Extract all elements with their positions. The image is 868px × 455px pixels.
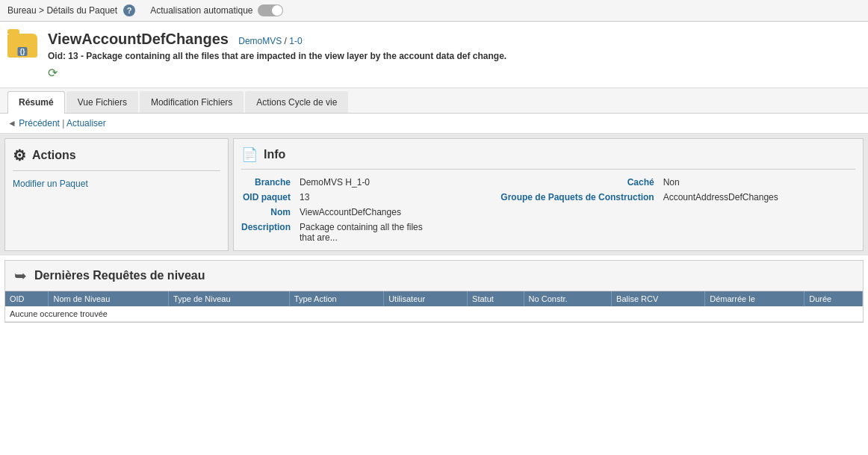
tab-actions-cycle[interactable]: Actions Cycle de vie bbox=[245, 91, 348, 113]
label-description: Description bbox=[241, 222, 291, 232]
value-cache: Non bbox=[663, 177, 855, 188]
value-description: Package containing all the filesthat are… bbox=[300, 222, 492, 243]
table-header-row: OID Nom de Niveau Type de Niveau Type Ac… bbox=[5, 291, 863, 306]
col-balise-rcv: Balise RCV bbox=[612, 291, 705, 306]
info-grid: Branche DemoMVS H_1-0 Caché Non OID paqu… bbox=[241, 177, 855, 243]
label-cache: Caché bbox=[500, 177, 654, 188]
bottom-header: ➥ Dernières Requêtes de niveau bbox=[5, 261, 863, 291]
package-icon: {} bbox=[7, 31, 40, 64]
requests-icon: ➥ bbox=[14, 267, 27, 285]
empty-message: Aucune occurence trouvée bbox=[5, 306, 863, 322]
breadcrumb-home[interactable]: Bureau bbox=[7, 5, 37, 16]
refresh-icon[interactable]: ⟳ bbox=[48, 66, 861, 80]
col-no-constr: No Constr. bbox=[524, 291, 611, 306]
auto-refresh-label: Actualisation automatique bbox=[150, 4, 282, 16]
tab-resume[interactable]: Résumé bbox=[7, 91, 65, 114]
col-oid: OID bbox=[5, 291, 49, 306]
info-panel: 📄 Info Branche DemoMVS H_1-0 Caché Non O… bbox=[233, 138, 864, 251]
folder-icon: {} bbox=[7, 34, 37, 58]
tabs-bar: Résumé Vue Fichiers Modification Fichier… bbox=[0, 88, 868, 114]
info-panel-title: 📄 Info bbox=[241, 146, 855, 170]
prev-arrow: ◄ bbox=[7, 118, 16, 129]
label-branche: Branche bbox=[241, 177, 291, 188]
package-oid: Oid: 13 - Package containing all the fil… bbox=[48, 51, 861, 61]
tab-vue-fichiers[interactable]: Vue Fichiers bbox=[66, 91, 138, 113]
refresh-link[interactable]: Actualiser bbox=[66, 118, 106, 129]
tab-modification-fichiers[interactable]: Modification Fichiers bbox=[140, 91, 244, 113]
package-header: {} ViewAccountDefChanges DemoMVS / 1-0 O… bbox=[0, 22, 868, 88]
prev-link[interactable]: Précédent bbox=[19, 118, 60, 129]
help-icon[interactable]: ? bbox=[123, 4, 135, 16]
col-duree: Durée bbox=[805, 291, 863, 306]
value-oid-paquet: 13 bbox=[300, 192, 492, 202]
col-nom-niveau: Nom de Niveau bbox=[49, 291, 169, 306]
actions-panel: ⚙ Actions Modifier un Paquet bbox=[4, 138, 229, 251]
gear-icon: ⚙ bbox=[13, 146, 26, 164]
requests-table: OID Nom de Niveau Type de Niveau Type Ac… bbox=[5, 291, 863, 322]
package-links: DemoMVS / 1-0 bbox=[238, 36, 302, 46]
label-groupe: Groupe de Paquets de Construction bbox=[500, 192, 654, 202]
auto-refresh-toggle[interactable] bbox=[258, 4, 283, 16]
col-type-action: Type Action bbox=[289, 291, 383, 306]
col-statut: Statut bbox=[468, 291, 524, 306]
bottom-section: ➥ Dernières Requêtes de niveau OID Nom d… bbox=[4, 260, 864, 323]
value-branche: DemoMVS H_1-0 bbox=[300, 177, 492, 188]
value-nom: ViewAccountDefChanges bbox=[300, 207, 492, 217]
empty-row: Aucune occurence trouvée bbox=[5, 306, 863, 322]
package-title: ViewAccountDefChanges bbox=[48, 31, 229, 47]
breadcrumb-sep: > bbox=[39, 5, 46, 16]
demo-mvs-link[interactable]: DemoMVS bbox=[238, 36, 282, 46]
label-nom: Nom bbox=[241, 207, 291, 217]
toggle-knob bbox=[272, 5, 282, 16]
bottom-title: Dernières Requêtes de niveau bbox=[34, 269, 205, 282]
breadcrumb: Bureau > Détails du Paquet bbox=[7, 5, 117, 16]
document-icon: 📄 bbox=[241, 146, 258, 163]
actions-panel-title: ⚙ Actions bbox=[13, 146, 220, 171]
top-bar: Bureau > Détails du Paquet ? Actualisati… bbox=[0, 0, 868, 22]
label-oid-paquet: OID paquet bbox=[241, 192, 291, 202]
package-info: ViewAccountDefChanges DemoMVS / 1-0 Oid:… bbox=[48, 31, 861, 80]
version-link[interactable]: 1-0 bbox=[289, 36, 302, 46]
main-content: ⚙ Actions Modifier un Paquet 📄 Info Bran… bbox=[0, 134, 868, 256]
col-type-niveau: Type de Niveau bbox=[169, 291, 290, 306]
col-demarree-le: Démarrée le bbox=[705, 291, 805, 306]
value-groupe: AccountAddressDefChanges bbox=[663, 192, 855, 202]
col-utilisateur: Utilisateur bbox=[384, 291, 468, 306]
modify-package-link[interactable]: Modifier un Paquet bbox=[13, 179, 88, 189]
breadcrumb-current: Détails du Paquet bbox=[46, 5, 117, 16]
nav-links: ◄ Précédent | Actualiser bbox=[0, 114, 868, 134]
